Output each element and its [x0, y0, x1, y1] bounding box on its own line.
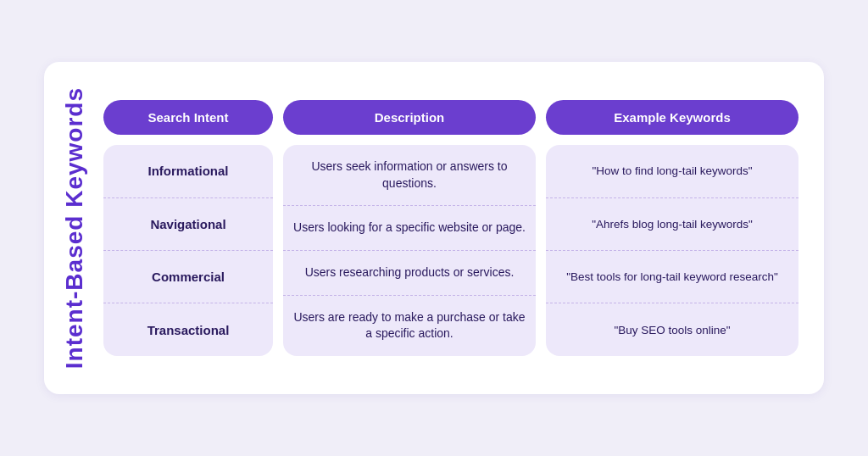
list-item: Commercial: [103, 251, 273, 303]
table-header: Search Intent Description Example Keywor…: [103, 100, 798, 135]
table-body: Informational Navigational Commercial Tr…: [103, 145, 798, 356]
header-example-keywords: Example Keywords: [546, 100, 798, 135]
list-item: "Ahrefs blog long-tail keywords": [546, 198, 798, 251]
list-item: Users are ready to make a purchase or ta…: [283, 296, 536, 356]
list-item: Transactional: [103, 303, 273, 355]
vertical-title: Intent-Based Keywords: [53, 87, 103, 369]
intent-column: Informational Navigational Commercial Tr…: [103, 145, 273, 356]
list-item: Navigational: [103, 198, 273, 251]
list-item: Users looking for a specific website or …: [283, 206, 536, 251]
list-item: "How to find long-tail keywords": [546, 145, 798, 197]
list-item: "Buy SEO tools online": [546, 303, 798, 355]
header-search-intent: Search Intent: [103, 100, 273, 135]
description-column: Users seek information or answers to que…: [283, 145, 536, 356]
header-description: Description: [283, 100, 536, 135]
list-item: Users seek information or answers to que…: [283, 145, 536, 206]
list-item: "Best tools for long-tail keyword resear…: [546, 251, 798, 303]
list-item: Informational: [103, 145, 273, 197]
list-item: Users researching products or services.: [283, 251, 536, 296]
main-card: Intent-Based Keywords Search Intent Desc…: [44, 62, 824, 394]
table-area: Search Intent Description Example Keywor…: [103, 100, 798, 356]
keywords-column: "How to find long-tail keywords" "Ahrefs…: [546, 145, 798, 356]
